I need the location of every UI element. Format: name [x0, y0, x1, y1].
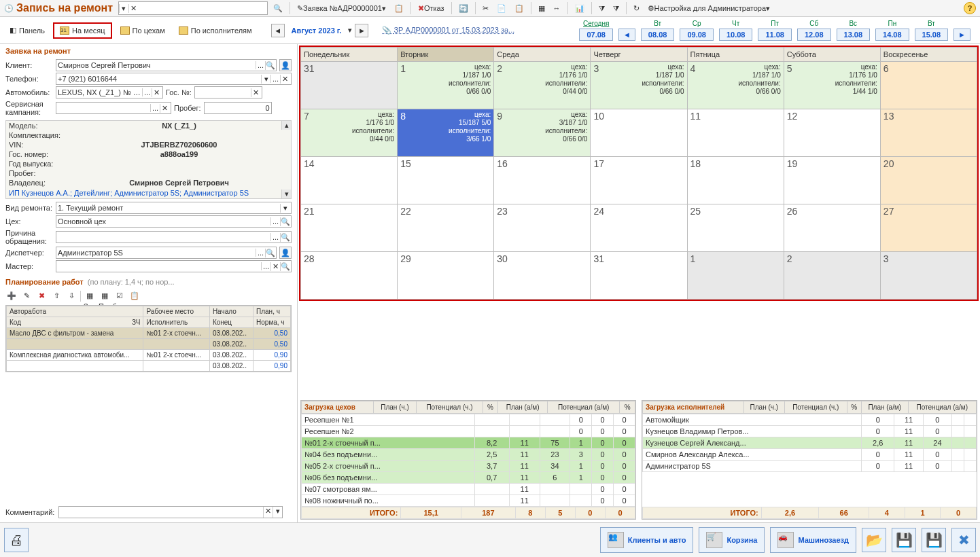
open-folder-button[interactable]: 📂 — [862, 528, 886, 552]
workshops-view-button[interactable]: По цехам — [115, 24, 171, 37]
cal-day-27[interactable]: 27 — [880, 204, 977, 252]
document-link[interactable]: 📎 ЗР АДР0000001 от 15.03.2023 за... — [382, 26, 514, 35]
repair-type-field[interactable]: 1. Текущий ремонт▾ — [56, 202, 292, 214]
cal-day-19[interactable]: 19 — [784, 157, 880, 204]
cal-day-25[interactable]: 25 — [687, 204, 784, 252]
toolbar-reload-icon[interactable]: ↻ — [631, 3, 642, 14]
cal-day-20[interactable]: 20 — [880, 157, 977, 204]
mileage-field[interactable]: 0 — [204, 102, 272, 114]
clients-button[interactable]: 👥Клиенты и авто — [600, 527, 694, 553]
dispatcher-field[interactable]: Администратор 5S...🔍 — [56, 247, 277, 259]
toolbar-funnel-icon[interactable]: ⧩ — [596, 3, 608, 14]
traffic-button[interactable]: 🚗Машинозаезд — [770, 527, 856, 553]
campaign-field[interactable]: ...✕ — [56, 102, 171, 114]
toolbar-swap-icon[interactable]: ↔ — [550, 3, 563, 14]
plan-add-icon[interactable]: ➕ — [5, 290, 18, 302]
info-scroll-down-icon[interactable]: ▾ — [281, 190, 291, 198]
cal-day-15[interactable]: 15 — [398, 157, 494, 204]
master-field[interactable]: ...✕🔍 — [56, 260, 292, 272]
cal-day-1[interactable]: 1цеха:1/187 1/0исполнители:0/66 0/0 — [398, 62, 494, 109]
plan-check-icon[interactable]: ☑ — [113, 290, 126, 302]
date-button-14.08[interactable]: 14.08 — [875, 29, 909, 41]
close-button[interactable]: ✖ — [951, 528, 976, 552]
plan-copy-icon[interactable]: 📋 — [128, 290, 141, 302]
cal-day-22[interactable]: 22 — [398, 204, 494, 252]
cal-day-8[interactable]: 8цеха:15/187 5/0исполнители:3/66 1/0 — [398, 109, 494, 157]
cal-day-18[interactable]: 18 — [687, 157, 784, 204]
car-field[interactable]: LEXUS, NX (_Z1_) № а888оа......✕ — [56, 86, 163, 98]
cal-day-16[interactable]: 16 — [494, 157, 591, 204]
cal-day-11[interactable]: 11 — [687, 109, 784, 157]
plan-down-icon[interactable]: ⇩ — [65, 290, 77, 302]
bt-row[interactable]: Смирнов Александр Алекса...0110 — [643, 449, 977, 461]
plan-edit-icon[interactable]: ✎ — [20, 290, 33, 302]
cal-day-30[interactable]: 30 — [494, 252, 591, 300]
dispatcher-card-icon[interactable]: 👤 — [279, 247, 292, 259]
performer-load-table[interactable]: Загрузка исполнителейПлан (ч.)Потенциал … — [642, 400, 977, 520]
cal-day-31[interactable]: 31 — [591, 252, 687, 300]
date-button-11.08[interactable]: 11.08 — [758, 29, 792, 41]
bt-row[interactable]: Кузнецов Сергей Александ...2,61124 — [643, 437, 977, 449]
workshop-load-table[interactable]: Загрузка цеховПлан (ч.)Потенциал (ч.)%Пл… — [300, 400, 636, 520]
bt-row[interactable]: №05 2-х стоечный п...3,71134100 — [302, 461, 635, 472]
panel-button[interactable]: ◧ Панель — [4, 23, 50, 37]
cal-day-28[interactable]: 28 — [301, 252, 398, 300]
date-button-13.08[interactable]: 13.08 — [837, 29, 871, 41]
cart-button[interactable]: 🛒Корзина — [699, 527, 765, 553]
save2-button[interactable]: 💾 — [922, 528, 946, 552]
bt-row[interactable]: Ресепшен №2000 — [302, 426, 635, 437]
cal-day-24[interactable]: 24 — [591, 204, 687, 252]
cal-day-29[interactable]: 29 — [398, 252, 494, 300]
date-button-09.08[interactable]: 09.08 — [680, 29, 714, 41]
period-prev-icon[interactable]: ◄ — [271, 24, 285, 37]
client-field[interactable]: Смирнов Сергей Петрович...🔍 — [56, 59, 277, 71]
date-button-08.08[interactable]: 08.08 — [641, 29, 675, 41]
toolbar-funnel2-icon[interactable]: ⧩ — [610, 3, 622, 14]
bt-row[interactable]: №06 без подъемни...0,7116100 — [302, 472, 635, 484]
zayavka-button[interactable]: ✎ Заявка №АДР0000001 ▾ — [294, 3, 389, 14]
toolbar-table-icon[interactable]: ▦ — [536, 3, 548, 14]
gosno-field[interactable]: ✕ — [194, 86, 262, 98]
plan-up-icon[interactable]: ⇧ — [50, 290, 63, 302]
cal-day-7[interactable]: 7цеха:1/176 1/0исполнители:0/44 0/0 — [301, 109, 398, 157]
cal-day-3[interactable]: 3цеха:1/187 1/0исполнители:0/66 0/0 — [591, 62, 687, 109]
search-combo[interactable]: ▾✕ — [118, 1, 268, 15]
date-button-15.08[interactable]: 15.08 — [915, 29, 949, 41]
info-scroll-up-icon[interactable]: ▴ — [281, 121, 291, 130]
cal-day-3[interactable]: 3 — [880, 252, 977, 300]
client-card-icon[interactable]: 👤 — [279, 59, 292, 71]
cal-day-10[interactable]: 10 — [591, 109, 687, 157]
settings-button[interactable]: ⚙ Настройка для Администратора ▾ — [645, 3, 773, 14]
period-dropdown-icon[interactable]: ▾ — [348, 26, 352, 35]
date-next-icon[interactable]: ► — [953, 29, 970, 41]
month-calendar[interactable]: ПонедельникВторникСредаЧетвергПятницаСуб… — [299, 46, 979, 301]
plan-row[interactable]: Комплексная диагностика автомоби...№01 2… — [7, 350, 291, 361]
plan-fill-button[interactable]: ▦ Заполнение ▾ — [84, 290, 96, 302]
toolbar-cut-icon[interactable]: ✂ — [480, 3, 491, 14]
reason-field[interactable]: ...🔍 — [56, 231, 292, 243]
cal-day-4[interactable]: 4цеха:1/187 1/0исполнители:0/66 0/0 — [687, 62, 784, 109]
cal-day-1[interactable]: 1 — [687, 252, 784, 300]
cal-day-13[interactable]: 13 — [880, 109, 977, 157]
bt-row[interactable]: Кузнецов Владимир Петров...0110 — [643, 426, 977, 437]
cal-day-9[interactable]: 9цеха:3/187 1/0исполнители:0/66 0/0 — [494, 109, 591, 157]
cal-day-23[interactable]: 23 — [494, 204, 591, 252]
plan-row[interactable]: Масло ДВС с фильтром - замена№01 2-х сто… — [7, 328, 291, 339]
toolbar-paste-icon[interactable]: 📋 — [512, 3, 527, 14]
date-button-12.08[interactable]: 12.08 — [797, 29, 831, 41]
toolbar-refresh-icon[interactable]: 🔄 — [456, 3, 471, 14]
toolbar-search-icon[interactable]: 🔍 — [270, 3, 285, 14]
print-button[interactable]: 🖨 — [4, 528, 29, 552]
bt-row[interactable]: Автомойщик0110 — [643, 414, 977, 426]
cal-day-5[interactable]: 5цеха:1/176 1/0исполнители:1/44 1/0 — [784, 62, 880, 109]
plan-delete-icon[interactable]: ✖ — [35, 290, 48, 302]
bt-row[interactable]: №07 смотровая ям...1100 — [302, 484, 635, 495]
save-button[interactable]: 💾 — [892, 528, 916, 552]
bt-row[interactable]: Администратор 5S0110 — [643, 461, 977, 472]
period-label[interactable]: Август 2023 г. — [287, 26, 346, 35]
cal-day-17[interactable]: 17 — [591, 157, 687, 204]
cal-day-31[interactable]: 31 — [301, 62, 398, 109]
toolbar-chart-icon[interactable]: 📊 — [572, 3, 587, 14]
comment-field[interactable]: ✕▾ — [58, 506, 283, 518]
date-button-07.08[interactable]: 07.08 — [579, 29, 613, 41]
